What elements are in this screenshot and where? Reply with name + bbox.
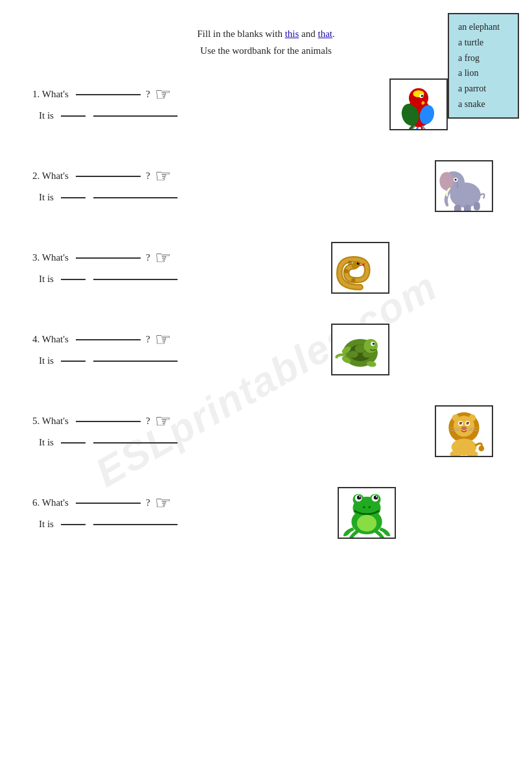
instruction-and: and — [299, 29, 318, 39]
q1-blank[interactable] — [76, 94, 141, 95]
q3-blank[interactable] — [76, 257, 141, 259]
svg-point-51 — [467, 451, 478, 457]
q3-question-mark: ? — [143, 252, 150, 263]
svg-point-61 — [359, 496, 360, 497]
q5-blank[interactable] — [76, 421, 141, 422]
q1-it-is: It is — [39, 110, 58, 121]
that-link[interactable]: that — [318, 29, 333, 39]
q5-question-mark: ? — [143, 416, 150, 427]
q2-question-line: 2. What's ? ☞ — [32, 165, 500, 187]
svg-point-13 — [454, 178, 456, 180]
q2-blank[interactable] — [76, 176, 141, 177]
q5-text-block: 5. What's ? ☞ It is — [32, 405, 500, 448]
q4-blank-b[interactable] — [93, 361, 178, 362]
svg-point-52 — [479, 445, 485, 451]
elephant-svg — [436, 160, 492, 212]
snake-svg — [332, 242, 388, 294]
q4-answer-line: It is — [39, 355, 500, 366]
svg-point-11 — [439, 172, 454, 190]
svg-point-36 — [452, 414, 459, 421]
turtle-svg — [332, 324, 388, 375]
svg-point-62 — [376, 496, 377, 497]
instructions: Fill in the blanks with this and that. U… — [32, 26, 500, 59]
q5-blank-b[interactable] — [93, 442, 178, 444]
svg-point-50 — [450, 451, 461, 457]
wordbank-item-1: an elephant — [458, 19, 509, 35]
instruction-text-before: Fill in the blanks with — [197, 29, 284, 39]
q2-it-is: It is — [39, 192, 58, 203]
svg-point-19 — [351, 278, 355, 282]
q2-blank-a[interactable] — [61, 197, 86, 198]
q3-hand-icon: ☞ — [155, 247, 171, 268]
q3-text-block: 3. What's ? ☞ It is — [32, 242, 500, 285]
q2-text-block: 2. What's ? ☞ It is — [32, 160, 500, 203]
svg-point-44 — [461, 426, 467, 429]
q5-question-line: 5. What's ? ☞ — [32, 410, 500, 432]
q6-blank-a[interactable] — [61, 524, 86, 525]
this-link[interactable]: this — [285, 29, 299, 39]
q6-blank[interactable] — [76, 503, 141, 504]
q5-animal-frame — [435, 405, 493, 457]
svg-rect-15 — [464, 204, 471, 212]
q1-blank-b[interactable] — [93, 115, 178, 117]
q4-hand-icon: ☞ — [155, 329, 171, 350]
q4-it-is: It is — [39, 355, 58, 366]
q2-answer-line: It is — [39, 192, 500, 203]
q6-number: 6. What's — [32, 497, 73, 508]
q5-blank-a[interactable] — [61, 442, 86, 444]
svg-point-22 — [358, 262, 360, 263]
svg-point-43 — [467, 421, 468, 423]
q6-it-is: It is — [39, 519, 58, 530]
q4-blank-a[interactable] — [61, 361, 86, 362]
q3-answer-line: It is — [39, 274, 500, 285]
q6-hand-icon: ☞ — [155, 492, 171, 514]
svg-point-17 — [348, 261, 352, 265]
wordbank-item-3: a frog — [458, 51, 509, 66]
q4-question-line: 4. What's ? ☞ — [32, 329, 500, 350]
svg-point-59 — [357, 495, 361, 499]
q4-blank[interactable] — [76, 339, 141, 340]
q5-it-is: It is — [39, 437, 58, 448]
page: ESLprintables.com an elephant a turtle a… — [0, 0, 532, 758]
q1-question-mark: ? — [143, 89, 150, 100]
q3-animal-frame — [331, 242, 389, 294]
question-block-6: 6. What's ? ☞ It is — [32, 487, 500, 545]
instruction-after: . — [332, 29, 335, 39]
question-block-1: 1. What's ? ☞ It is — [32, 78, 500, 137]
svg-rect-16 — [474, 202, 480, 210]
q6-answer-line: It is — [39, 519, 500, 530]
q5-answer-line: It is — [39, 437, 500, 448]
q5-hand-icon: ☞ — [155, 410, 171, 432]
q1-number: 1. What's — [32, 89, 73, 100]
svg-point-18 — [344, 269, 348, 273]
q3-blank-b[interactable] — [93, 279, 178, 280]
svg-point-64 — [369, 506, 371, 508]
svg-rect-14 — [454, 204, 461, 212]
question-block-5: 5. What's ? ☞ It is — [32, 405, 500, 464]
svg-point-37 — [469, 414, 476, 421]
q1-blank-a[interactable] — [61, 115, 86, 117]
q2-animal-frame — [435, 160, 493, 212]
svg-point-42 — [461, 421, 462, 423]
svg-point-63 — [363, 506, 365, 508]
q6-text-block: 6. What's ? ☞ It is — [32, 487, 500, 530]
q6-blank-b[interactable] — [93, 524, 178, 525]
question-block-3: 3. What's ? ☞ It is — [32, 242, 500, 300]
question-block-4: 4. What's ? ☞ It is — [32, 324, 500, 382]
q3-question-line: 3. What's ? ☞ — [32, 247, 500, 268]
q6-question-mark: ? — [143, 497, 150, 508]
q1-hand-icon: ☞ — [155, 84, 171, 105]
q2-number: 2. What's — [32, 171, 73, 182]
q2-blank-b[interactable] — [93, 197, 178, 198]
q3-blank-a[interactable] — [61, 279, 86, 280]
parrot-svg — [391, 78, 446, 130]
q2-hand-icon: ☞ — [155, 165, 171, 187]
instruction-line1: Fill in the blanks with this and that. — [32, 26, 500, 43]
lion-svg — [436, 405, 492, 457]
q4-animal-frame — [331, 324, 389, 375]
q4-text-block: 4. What's ? ☞ It is — [32, 324, 500, 366]
svg-point-27 — [349, 351, 358, 358]
wordbank-item-2: a turtle — [458, 35, 509, 51]
q2-question-mark: ? — [143, 171, 150, 182]
q4-number: 4. What's — [32, 334, 73, 345]
